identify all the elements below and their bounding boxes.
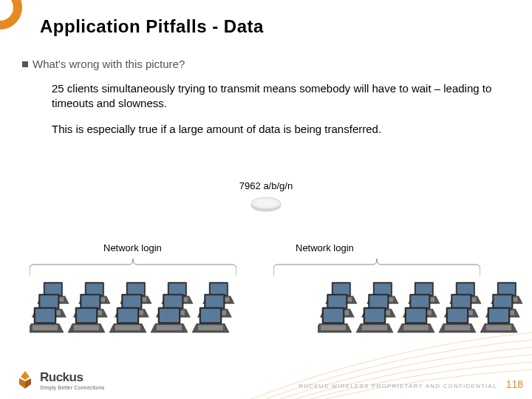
svg-rect-73 <box>406 309 426 322</box>
svg-rect-74 <box>403 325 429 330</box>
ruckus-logo-icon <box>15 369 35 390</box>
svg-rect-7 <box>40 296 58 308</box>
bullet-text: What's wrong with this picture? <box>33 58 185 70</box>
svg-rect-82 <box>448 309 467 322</box>
access-point-label: 7962 a/b/g/n <box>0 180 532 191</box>
laptop-cluster-right <box>318 281 532 340</box>
body-text: 25 clients simultaneously trying to tran… <box>52 81 495 137</box>
svg-rect-22 <box>128 284 144 295</box>
svg-rect-88 <box>494 296 511 308</box>
svg-rect-16 <box>81 296 99 308</box>
svg-rect-31 <box>169 284 185 295</box>
svg-rect-55 <box>324 309 343 322</box>
svg-rect-34 <box>164 296 182 308</box>
svg-rect-76 <box>457 284 474 295</box>
body-paragraph-2: This is especially true if a large amoun… <box>52 122 495 137</box>
footer: Ruckus Simply Better Connections RUCKUS … <box>15 369 523 390</box>
svg-rect-25 <box>123 296 140 308</box>
svg-rect-46 <box>201 309 220 322</box>
header-arc-decoration <box>0 0 22 30</box>
body-paragraph-1: 25 clients simultaneously trying to tran… <box>52 81 495 112</box>
svg-rect-52 <box>328 296 346 308</box>
page-number: 118 <box>506 378 523 390</box>
svg-rect-37 <box>160 309 179 322</box>
svg-rect-29 <box>115 325 140 330</box>
svg-rect-91 <box>489 309 508 322</box>
svg-point-2 <box>256 200 276 207</box>
svg-rect-47 <box>198 325 223 330</box>
svg-rect-19 <box>77 309 96 322</box>
svg-rect-10 <box>35 309 55 322</box>
svg-rect-11 <box>33 325 58 330</box>
svg-rect-67 <box>416 284 432 295</box>
svg-rect-92 <box>486 325 511 330</box>
confidential-text: RUCKUS WIRELESS PROPRIETARY AND CONFIDEN… <box>299 383 497 389</box>
svg-rect-20 <box>74 325 99 330</box>
laptop-cluster-left <box>30 281 244 340</box>
logo-name: Ruckus <box>40 370 104 385</box>
access-point-icon <box>249 194 283 216</box>
svg-rect-28 <box>118 309 137 322</box>
svg-rect-4 <box>45 284 61 295</box>
svg-rect-58 <box>375 284 391 295</box>
svg-rect-70 <box>411 296 429 308</box>
slide-title: Application Pitfalls - Data <box>40 16 264 37</box>
svg-rect-61 <box>369 296 387 308</box>
svg-rect-79 <box>452 296 470 308</box>
bracket-left-icon <box>30 259 236 275</box>
bullet-row: What's wrong with this picture? <box>22 58 185 70</box>
svg-rect-65 <box>362 325 387 330</box>
svg-rect-56 <box>321 325 346 330</box>
network-login-left-label: Network login <box>103 242 162 253</box>
svg-rect-49 <box>333 284 349 295</box>
svg-rect-83 <box>445 325 470 330</box>
svg-rect-40 <box>211 284 227 295</box>
network-login-right-label: Network login <box>296 242 354 253</box>
svg-rect-38 <box>157 325 182 330</box>
bullet-square-icon <box>22 61 28 67</box>
svg-rect-85 <box>499 284 515 295</box>
bracket-right-icon <box>273 259 480 275</box>
svg-rect-13 <box>86 284 103 295</box>
svg-rect-64 <box>365 309 384 322</box>
svg-rect-43 <box>205 296 223 308</box>
logo-tagline: Simply Better Connections <box>40 385 104 390</box>
logo: Ruckus Simply Better Connections <box>15 369 104 390</box>
